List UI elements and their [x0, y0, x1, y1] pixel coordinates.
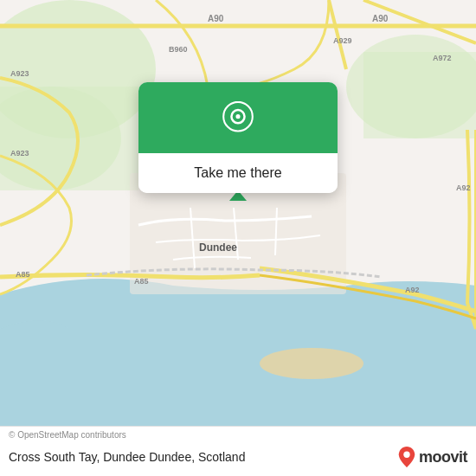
svg-text:A90: A90 [208, 14, 224, 23]
map-background: A90 A90 A972 A929 B960 B960 A923 A923 A8… [0, 0, 476, 476]
location-pin-icon [220, 101, 256, 138]
moovit-brand-text: moovit [419, 448, 467, 466]
svg-point-6 [260, 348, 363, 379]
attribution: © OpenStreetMap contributors [0, 427, 476, 441]
take-me-there-button[interactable]: Take me there [138, 153, 338, 193]
svg-text:A923: A923 [10, 149, 29, 158]
moovit-pin-icon [398, 447, 415, 467]
bottom-bar: © OpenStreetMap contributors Cross South… [0, 426, 476, 476]
moovit-logo: moovit [398, 447, 467, 467]
bottom-info: Cross South Tay, Dundee Dundee, Scotland… [0, 441, 476, 476]
svg-text:A923: A923 [10, 69, 29, 78]
svg-text:A929: A929 [333, 36, 352, 45]
svg-text:A92: A92 [456, 183, 471, 192]
svg-text:B960: B960 [169, 45, 188, 54]
svg-point-26 [235, 114, 240, 119]
svg-text:A85: A85 [16, 270, 30, 279]
location-text: Cross South Tay, Dundee Dundee, Scotland [9, 450, 245, 464]
svg-text:A972: A972 [433, 54, 452, 62]
svg-point-27 [403, 452, 409, 458]
map-container: A90 A90 A972 A929 B960 B960 A923 A923 A8… [0, 0, 476, 476]
popup-card: Take me there [138, 82, 338, 193]
svg-rect-5 [363, 52, 476, 138]
popup-header [138, 82, 338, 153]
svg-text:A85: A85 [134, 277, 149, 286]
svg-text:Dundee: Dundee [199, 241, 237, 254]
svg-text:A92: A92 [405, 286, 420, 294]
svg-text:A90: A90 [372, 14, 389, 23]
